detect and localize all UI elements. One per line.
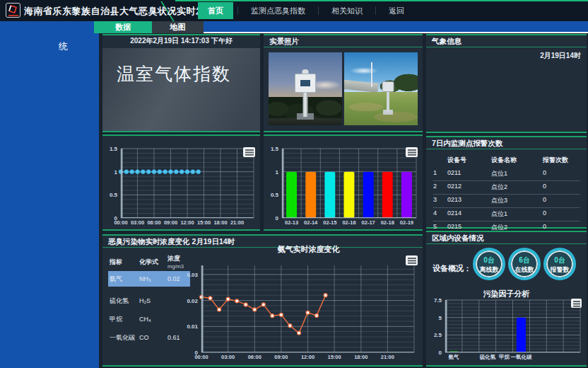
pollutant-row: 硫化氢H₂S <box>108 294 190 308</box>
nav-divider <box>375 6 376 15</box>
alarms-panel-title: 7日内监测点报警次数 <box>426 137 587 149</box>
nav-item-knowledge[interactable]: 相关知识 <box>323 2 371 19</box>
sidebar-label: 统 <box>59 40 68 53</box>
tab-map[interactable]: 地图 <box>152 21 204 33</box>
photos-panel-title: 实景照片 <box>264 35 423 47</box>
nav-item-odor-index[interactable]: 监测点恶臭指数 <box>242 2 314 19</box>
online-label: 在线数 <box>511 265 538 275</box>
app-logo-icon <box>6 3 20 18</box>
app-title: 海南省乐东黎族自治县大气恶臭状况实时发布系 <box>24 5 225 18</box>
offline-count: 0台 <box>476 255 502 265</box>
nav-divider <box>318 6 319 15</box>
greenhouse-index-title: 温室气体指数 <box>117 62 231 86</box>
nav-divider <box>237 6 238 15</box>
pollutant-row: 甲烷CH₄ <box>108 312 190 326</box>
device-overview-label: 设备概况： <box>433 263 471 274</box>
station-photo-dusk <box>269 52 342 125</box>
tab-data[interactable]: 数据 <box>94 21 152 33</box>
week-bars-chart-panel: 00.511.5 02-1302-1402-1502-1602-1702-180… <box>264 134 423 231</box>
left-sidebar: 统 <box>0 21 99 368</box>
weather-timestamp: 2月19日14时 <box>540 51 581 61</box>
photos-panel: 实景照片 <box>264 34 423 132</box>
nav-menu: 首页 监测点恶臭指数 相关知识 返回 <box>198 0 413 21</box>
alarm-label: 报警数 <box>546 265 573 275</box>
top-nav: 海南省乐东黎族自治县大气恶臭状况实时发布系 首页 监测点恶臭指数 相关知识 返回 <box>0 0 588 21</box>
weather-panel-title: 气象信息 <box>426 35 587 47</box>
nh3-chart-title: 氨气实时浓度变化 <box>201 244 416 255</box>
pollution-factor-title: 污染因子分析 <box>426 289 587 299</box>
pollutants-panel: 恶臭污染物实时浓度变化 2月19日14时 指标化学式浓度mg/m3氨气NH₃0.… <box>102 234 423 367</box>
y-axis-labels: 00.511.5 <box>264 149 281 218</box>
pollutants-table-header: 指标化学式浓度mg/m3 <box>108 254 190 270</box>
nav-item-back[interactable]: 返回 <box>380 2 413 19</box>
alarm-table-row: 10211点位10 <box>433 168 580 181</box>
x-axis-labels: 00:0003:0006:0009:0012:0015:0018:0021:00 <box>201 352 414 361</box>
chart-menu-icon[interactable] <box>406 147 418 157</box>
alarm-table-row: 30213点位30 <box>433 195 580 208</box>
chart-menu-icon[interactable] <box>243 147 255 157</box>
stat-online-circle: 6台 在线数 <box>508 248 541 280</box>
week-bars-chart <box>282 149 416 218</box>
alarm-table-row: 20212点位20 <box>433 181 580 195</box>
alarm-count: 0台 <box>546 255 573 265</box>
pollutant-row: 一氧化碳CO0.61 <box>108 330 190 345</box>
offline-label: 离线数 <box>476 265 502 275</box>
nav-item-home[interactable]: 首页 <box>198 2 233 19</box>
pollutant-row: 氨气NH₃0.02 <box>108 271 190 287</box>
devices-panel-title: 区域内设备情况 <box>426 232 587 244</box>
pollutants-table: 指标化学式浓度mg/m3氨气NH₃0.02硫化氢H₂S甲烷CH₄一氧化碳CO0.… <box>108 254 190 349</box>
tab-bar-filler <box>204 21 588 33</box>
online-count: 6台 <box>511 255 538 265</box>
greeting-body: 温室气体指数 <box>102 48 260 131</box>
x-axis-labels: 02-1302-1402-1502-1602-1702-1802-19 <box>282 218 416 226</box>
tab-bar: 数据 地图 <box>0 21 588 33</box>
greenhouse-line-chart <box>121 149 254 218</box>
y-axis-labels: 02.557.5 <box>428 300 444 352</box>
greeting-panel: 2022年2月19日 14:17:03 下午好 温室气体指数 <box>102 34 260 132</box>
alarm-table-row: 40214点位10 <box>433 208 580 222</box>
chart-menu-icon[interactable] <box>406 255 418 265</box>
chart-menu-icon[interactable] <box>571 299 582 308</box>
stat-alarm-circle: 0台 报警数 <box>543 248 576 280</box>
x-axis-labels: 00:0003:0006:0009:0012:0015:0018:0021:00 <box>121 218 254 226</box>
y-axis-labels: 00.010.020.03 <box>182 265 200 352</box>
pollution-bars-chart <box>445 300 580 352</box>
current-datetime: 2022年2月19日 14:17:03 下午好 <box>102 35 260 47</box>
station-photo-field <box>344 52 418 125</box>
nh3-line-chart <box>201 265 414 352</box>
devices-panel: 区域内设备情况 设备概况： 0台 离线数 6台 在线数 0台 报警数 污染因子分… <box>426 231 587 367</box>
alarms-panel: 7日内监测点报警次数 设备号设备名称报警次数10211点位1020212点位20… <box>426 136 587 229</box>
alarms-table-header: 设备号设备名称报警次数 <box>433 154 580 168</box>
photo-row <box>269 52 418 125</box>
stat-offline-circle: 0台 离线数 <box>473 248 505 280</box>
x-axis-labels: 氨气硫化氢甲烷一氧化碳 <box>445 352 580 361</box>
greenhouse-chart-panel: 00.511.5 00:0003:0006:0009:0012:0015:001… <box>102 134 260 231</box>
y-axis-labels: 00.511.5 <box>102 149 119 218</box>
weather-panel: 气象信息 2月19日14时 <box>426 34 587 133</box>
